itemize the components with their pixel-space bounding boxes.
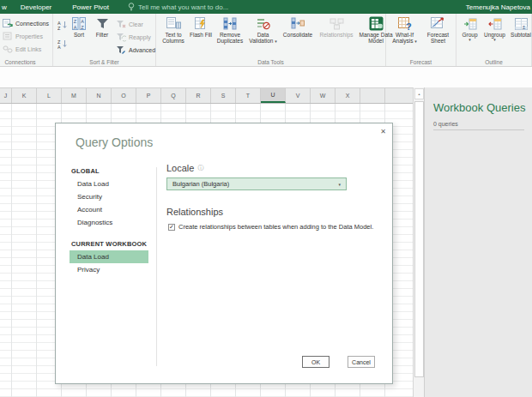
what-if-analysis-label: What-If Analysis xyxy=(392,32,414,44)
properties-label: Properties xyxy=(15,33,43,39)
sort-button[interactable]: ZAAZ Sort xyxy=(68,16,90,56)
ribbon: Connections Properties Edit Links Connec… xyxy=(0,14,532,67)
properties-icon xyxy=(3,32,13,41)
ribbon-tab-bar: w Developer Power Pivot Tell me what you… xyxy=(0,0,532,14)
flash-fill-icon xyxy=(195,17,208,30)
locale-dropdown[interactable]: Bulgarian (Bulgaria) ▾ xyxy=(166,177,347,190)
relationships-button[interactable]: Relationships xyxy=(317,16,356,56)
flash-fill-label: Flash Fill xyxy=(190,32,212,38)
column-header[interactable]: Q xyxy=(161,88,186,103)
ungroup-icon xyxy=(488,18,502,30)
filter-button[interactable]: Filter xyxy=(90,16,114,56)
advanced-filter-button[interactable]: Advanced xyxy=(116,44,155,57)
forecast-group-label: Forecast xyxy=(386,59,456,65)
sort-az-icon: AZ xyxy=(57,20,68,30)
user-name[interactable]: Temenujka Napetova xyxy=(466,3,532,11)
tab-power-pivot[interactable]: Power Pivot xyxy=(62,3,119,11)
column-header[interactable]: W xyxy=(311,88,336,103)
column-header[interactable]: S xyxy=(211,88,236,103)
data-validation-dropdown-arrow: ▾ xyxy=(275,39,277,44)
excel-window: w Developer Power Pivot Tell me what you… xyxy=(0,0,532,397)
manage-data-model-icon xyxy=(369,16,384,31)
what-if-dropdown-arrow: ▾ xyxy=(414,39,417,44)
nav-item-data-load-workbook[interactable]: Data Load xyxy=(70,250,148,263)
ribbon-group-connections: Connections Properties Edit Links Connec… xyxy=(0,14,53,66)
svg-text:Z: Z xyxy=(57,26,61,31)
connections-label: Connections xyxy=(15,21,49,27)
edit-links-button[interactable]: Edit Links xyxy=(3,43,49,56)
remove-duplicates-button[interactable]: Remove Duplicates xyxy=(213,16,247,56)
forecast-sheet-button[interactable]: Forecast Sheet xyxy=(421,16,455,56)
svg-text:A: A xyxy=(81,19,84,24)
scroll-up-button[interactable]: ▲ xyxy=(414,88,424,99)
dialog-nav: GLOBAL Data Load Security Account Diagno… xyxy=(70,165,148,276)
sort-descending-button[interactable]: ZA xyxy=(57,38,69,50)
ribbon-group-sort-filter: AZ ZA ZAAZ Sort Filter Clear xyxy=(53,14,156,66)
svg-text:A: A xyxy=(57,45,61,50)
tell-me-box[interactable]: Tell me what you want to do... xyxy=(128,3,228,11)
ok-button[interactable]: OK xyxy=(302,356,329,368)
nav-item-account[interactable]: Account xyxy=(70,203,148,216)
queries-count: 0 queries xyxy=(433,121,532,127)
sort-icon: ZAAZ xyxy=(72,17,86,30)
scrollbar-thumb[interactable] xyxy=(414,101,424,377)
advanced-filter-label: Advanced xyxy=(129,47,155,53)
column-header[interactable]: J xyxy=(0,88,12,103)
nav-item-privacy[interactable]: Privacy xyxy=(70,263,148,276)
relationships-checkbox[interactable]: ✓ xyxy=(168,224,175,231)
column-header[interactable]: N xyxy=(87,88,112,103)
column-headers: J K L M N O P Q R S T U V W X xyxy=(0,87,413,104)
text-to-columns-label: Text to Columns xyxy=(158,32,189,44)
check-icon: ✓ xyxy=(169,224,174,230)
column-header[interactable]: O xyxy=(112,88,136,103)
clear-filter-label: Clear xyxy=(129,21,143,27)
group-button[interactable]: Group ▾ xyxy=(458,16,481,56)
consolidate-icon xyxy=(291,17,305,30)
close-icon[interactable]: ✕ xyxy=(380,129,386,135)
nav-item-data-load-global[interactable]: Data Load xyxy=(70,177,148,190)
flash-fill-button[interactable]: Flash Fill xyxy=(189,16,213,56)
info-icon[interactable]: ⓘ xyxy=(197,164,203,172)
column-header-selected[interactable]: U xyxy=(261,88,286,103)
data-validation-button[interactable]: Data Validation ▾ xyxy=(247,16,279,56)
relationships-icon xyxy=(329,18,344,30)
sort-ascending-button[interactable]: AZ xyxy=(57,19,69,31)
nav-item-security[interactable]: Security xyxy=(70,190,148,203)
outline-group-label: Outline xyxy=(456,59,531,65)
scroll-up-icon: ▲ xyxy=(418,92,420,95)
column-header[interactable]: V xyxy=(286,88,311,103)
properties-button[interactable]: Properties xyxy=(3,30,49,43)
column-header[interactable]: T xyxy=(236,88,261,103)
ungroup-button[interactable]: Ungroup ▾ xyxy=(481,16,508,56)
column-header[interactable]: L xyxy=(37,88,62,103)
column-header[interactable]: M xyxy=(62,88,87,103)
consolidate-button[interactable]: Consolidate xyxy=(279,16,317,56)
clear-filter-button[interactable]: Clear xyxy=(116,18,155,31)
svg-text:A: A xyxy=(74,25,77,30)
column-header[interactable]: R xyxy=(186,88,211,103)
column-header[interactable] xyxy=(360,88,385,103)
column-header[interactable]: K xyxy=(12,88,37,103)
vertical-scrollbar[interactable]: ▲ xyxy=(413,87,424,397)
ungroup-dropdown-arrow: ▾ xyxy=(493,38,496,42)
data-tools-group-label: Data Tools xyxy=(156,59,385,65)
relationships-heading: Relationships xyxy=(166,207,378,217)
ribbon-group-forecast: ? What-If Analysis ▾ Forecast Sheet Fore… xyxy=(386,14,456,66)
tab-developer[interactable]: Developer xyxy=(10,3,62,11)
reapply-button[interactable]: Reapply xyxy=(116,31,155,44)
text-to-columns-button[interactable]: Text to Columns xyxy=(158,16,189,56)
subtotal-button[interactable]: Σ Subtotal xyxy=(508,16,532,56)
sort-label: Sort xyxy=(74,32,84,38)
what-if-analysis-icon: ? xyxy=(398,17,412,30)
connections-button[interactable]: Connections xyxy=(3,17,49,30)
column-header[interactable]: X xyxy=(336,88,360,103)
nav-item-diagnostics[interactable]: Diagnostics xyxy=(70,216,148,229)
data-validation-icon xyxy=(257,17,270,30)
text-to-columns-icon xyxy=(166,17,181,30)
cancel-button[interactable]: Cancel xyxy=(348,356,375,368)
what-if-analysis-button[interactable]: ? What-If Analysis ▾ xyxy=(388,16,421,56)
formula-bar-strip xyxy=(0,67,532,87)
tab-view-partial[interactable]: w xyxy=(0,3,10,11)
column-header[interactable]: P xyxy=(136,88,161,103)
ribbon-group-outline: Group ▾ Ungroup ▾ Σ Subtotal Outline xyxy=(456,14,532,66)
